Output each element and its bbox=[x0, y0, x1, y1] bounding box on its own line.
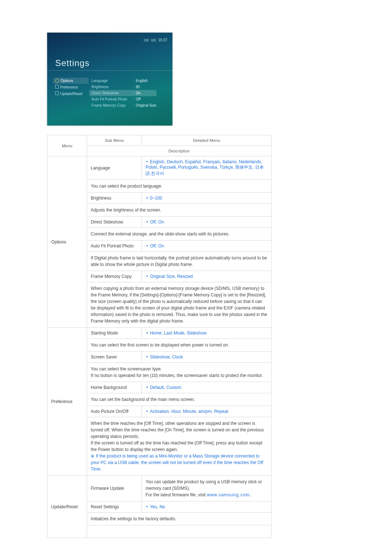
detail-reset: •Yes, No bbox=[142, 501, 271, 513]
row-key: Auto Fit Portrait Photo bbox=[91, 97, 133, 101]
note-text: If the product is being used as a Mini-M… bbox=[91, 454, 263, 472]
th-submenu: Sub Menu bbox=[87, 135, 142, 146]
side-item-preference[interactable]: Preference bbox=[55, 84, 89, 90]
side-item-update-reset[interactable]: Update/Reset bbox=[55, 90, 89, 97]
side-item-options[interactable]: Options bbox=[53, 78, 89, 84]
sub-direct-slideshow: Direct Slideshow bbox=[87, 217, 142, 228]
sub-startmode: Starting Mode bbox=[87, 328, 142, 339]
row-key: Brightness bbox=[91, 85, 133, 89]
row-key: Direct Slideshow bbox=[91, 91, 133, 95]
detail-homebg: •Default, Custom bbox=[142, 382, 271, 393]
clock-time: 15:37 bbox=[158, 38, 167, 42]
gear-icon bbox=[55, 79, 59, 83]
desc-reset: Initializes the settings to the factory … bbox=[87, 513, 271, 525]
row-value: 80 bbox=[136, 85, 140, 89]
sub-language: Language bbox=[87, 156, 142, 180]
th-description: Description bbox=[87, 146, 271, 156]
desc-autopic: When the time reaches the [Off Time], ot… bbox=[87, 417, 271, 476]
th-detailed: Detailed Menu bbox=[142, 135, 271, 146]
sub-homebg: Home Background bbox=[87, 382, 142, 393]
settings-list: Language:English Brightness:80 Direct Sl… bbox=[91, 78, 156, 108]
sub-autofit: Auto Fit Portrait Photo bbox=[87, 241, 142, 252]
sub-autopic: Auto Picture On/Off bbox=[87, 406, 142, 417]
divider bbox=[47, 70, 172, 71]
sub-firmware: Firmware Update bbox=[87, 476, 142, 501]
detail-framecopy: •Original Size, Resized bbox=[142, 271, 271, 282]
detail-brightness: •0~100 bbox=[142, 193, 271, 204]
detail-screensaver: •Slideshow, Clock bbox=[142, 352, 271, 363]
update-icon bbox=[55, 91, 59, 95]
desc-autofit: If Digital photo frame is laid horizonta… bbox=[87, 252, 271, 271]
row-brightness[interactable]: Brightness:80 bbox=[91, 84, 156, 90]
detail-autopic: •Activation, Hour, Minute, am/pm, Repeat bbox=[142, 406, 271, 417]
row-framecopy[interactable]: Frame Memory Copy:Original Size bbox=[91, 102, 156, 108]
menu-preference: Preference bbox=[48, 328, 87, 476]
row-autofit[interactable]: Auto Fit Portrait Photo:Off bbox=[91, 96, 156, 102]
row-language[interactable]: Language:English bbox=[91, 78, 156, 84]
settings-side-menu: Options Preference Update/Reset bbox=[55, 78, 89, 97]
screen-title: Settings bbox=[55, 58, 90, 68]
detail-startmode: •Home, Last Mode, Slideshow bbox=[142, 328, 271, 339]
detail-firmware: You can update the product by using a US… bbox=[142, 476, 271, 501]
desc-startmode: You can select the first screen to be di… bbox=[87, 339, 271, 352]
row-value: Original Size bbox=[136, 103, 156, 107]
th-menu: Menu bbox=[48, 135, 87, 156]
preference-icon bbox=[55, 85, 59, 89]
row-value: On bbox=[136, 91, 140, 95]
row-key: Frame Memory Copy bbox=[91, 103, 133, 107]
note-icon: ※ bbox=[91, 454, 94, 459]
row-direct-slideshow[interactable]: Direct Slideshow:On bbox=[89, 90, 156, 96]
sub-reset: Reset Settings bbox=[87, 501, 142, 513]
row-key: Language bbox=[91, 79, 133, 83]
desc-screensaver: You can select the screensaver type. If … bbox=[87, 363, 271, 382]
side-item-label: Preference bbox=[60, 85, 78, 89]
detail-autofit: •Off, On bbox=[142, 241, 271, 252]
device-settings-screenshot: 15:37 Settings Options Preference Update… bbox=[47, 33, 172, 126]
side-item-label: Update/Reset bbox=[60, 92, 82, 96]
sub-framecopy: Frame Memory Copy bbox=[87, 271, 142, 282]
firmware-url-link[interactable]: www.samsung.com bbox=[207, 492, 250, 497]
sub-brightness: Brightness bbox=[87, 193, 142, 204]
menu-options: Options bbox=[48, 156, 87, 328]
detail-language: •English, Deutsch, Español, Français, It… bbox=[142, 156, 271, 180]
desc-direct-slideshow: Connect the external storage, and the sl… bbox=[87, 228, 271, 241]
desc-brightness: Adjusts the brightness of the screen. bbox=[87, 204, 271, 217]
side-item-label: Options bbox=[61, 79, 73, 83]
row-value: English bbox=[136, 79, 148, 83]
row-value: Off bbox=[136, 97, 140, 101]
settings-documentation-table: Menu Sub Menu Detailed Menu Description … bbox=[47, 135, 271, 538]
desc-framecopy: When copying a photo from an external me… bbox=[87, 282, 271, 328]
desc-language: You can select the product language. bbox=[87, 180, 271, 193]
detail-direct-slideshow: •Off, On bbox=[142, 217, 271, 228]
sub-screensaver: Screen Saver bbox=[87, 352, 142, 363]
battery-icon bbox=[151, 39, 156, 42]
desc-homebg: You can set the background of the main m… bbox=[87, 393, 271, 406]
status-bar: 15:37 bbox=[144, 38, 167, 42]
network-icon bbox=[144, 39, 149, 42]
empty-row bbox=[87, 525, 271, 538]
menu-update-reset: Update/Reset bbox=[48, 476, 87, 538]
